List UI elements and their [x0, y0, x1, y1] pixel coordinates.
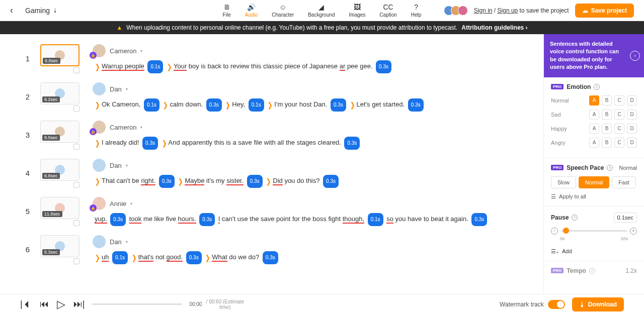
speaker-name[interactable]: Dan — [110, 238, 122, 246]
pace-normal[interactable]: Normal — [579, 176, 609, 188]
pause-pill[interactable]: 0.3s — [199, 213, 215, 226]
next-icon[interactable]: ⏭| — [73, 299, 85, 309]
speaker-name[interactable]: Dan — [110, 162, 122, 169]
save-project-button[interactable]: ☁ Save project — [575, 4, 634, 18]
pause-pill[interactable]: 0.3s — [344, 137, 360, 150]
scene-thumbnail[interactable]: 5.3sec — [40, 235, 79, 257]
speaker-name[interactable]: Cameron — [110, 47, 136, 55]
emotion-btn-A[interactable]: A — [589, 110, 599, 120]
script-line[interactable]: ❭uh 0.1s ❭that's not good. 0.3s ❭What do… — [93, 251, 528, 264]
emotion-btn-D[interactable]: D — [627, 124, 637, 134]
scene-checkbox[interactable] — [73, 106, 79, 112]
emotion-btn-C[interactable]: C — [614, 138, 624, 148]
menu-character[interactable]: ☺Character — [272, 3, 294, 18]
scene-thumbnail[interactable]: 9.5sec — [40, 121, 79, 143]
pause-value[interactable]: 0.1sec — [614, 213, 637, 223]
emotion-btn-D[interactable]: D — [627, 138, 637, 148]
menu-file[interactable]: 🗎File — [223, 3, 231, 18]
attribution-link[interactable]: Attribution guidelines › — [461, 24, 527, 31]
emotion-btn-B[interactable]: B — [602, 138, 612, 148]
speaker-avatar[interactable] — [93, 235, 106, 248]
pause-pill[interactable]: 0.1s — [112, 251, 128, 264]
chevron-down-icon[interactable]: ▾ — [126, 163, 128, 168]
pause-pill[interactable]: 0.3s — [471, 213, 487, 226]
skip-start-icon[interactable]: |⏴ — [20, 299, 32, 309]
scene-checkbox[interactable] — [73, 182, 79, 188]
apply-to-all-button[interactable]: ☰ Apply to all — [551, 193, 637, 200]
chevron-down-icon[interactable]: ▾ — [126, 240, 128, 244]
arrow-right-icon[interactable]: › — [630, 51, 640, 61]
emotion-btn-B[interactable]: B — [602, 110, 612, 120]
menu-background[interactable]: ◢Background — [308, 3, 335, 18]
scene-thumbnail[interactable]: 6.8sec — [40, 159, 79, 181]
menu-images[interactable]: 🖼Images — [349, 3, 366, 18]
chevron-down-icon[interactable]: ▾ — [140, 125, 142, 130]
scene-checkbox[interactable] — [73, 220, 79, 226]
info-icon[interactable]: i — [572, 215, 578, 221]
pause-pill[interactable]: 0.3s — [263, 251, 278, 264]
project-title[interactable]: Gaming ⭳ — [25, 7, 58, 15]
pause-pill[interactable]: 0.1s — [368, 213, 383, 226]
pause-pill[interactable]: 0.1s — [249, 98, 264, 112]
pause-pill[interactable]: 0.3s — [331, 98, 346, 112]
add-pause-button[interactable]: ☰₊ Add — [551, 248, 637, 255]
signin-link[interactable]: Sign in — [474, 7, 493, 14]
script-line[interactable]: ❭That can't be right. 0.3s ❭Maybe it's m… — [93, 175, 528, 188]
speaker-name[interactable]: Dan — [110, 85, 122, 93]
pause-pill[interactable]: 0.3s — [247, 175, 263, 188]
script-line[interactable]: yup. 0.3s took me like five hours. 0.3s … — [93, 213, 528, 226]
emotion-btn-A[interactable]: A — [589, 95, 599, 106]
emotion-btn-A[interactable]: A — [589, 124, 599, 134]
info-icon[interactable]: i — [607, 165, 613, 171]
info-icon[interactable]: i — [589, 268, 595, 274]
emotion-btn-C[interactable]: C — [614, 95, 624, 106]
pause-pill[interactable]: 0.3s — [206, 98, 222, 112]
pause-pill[interactable]: 0.3s — [186, 251, 202, 264]
script-line[interactable]: ❭I already did! 0.3s ❭And apparently thi… — [93, 137, 528, 150]
signup-link[interactable]: Sign up — [498, 7, 518, 14]
back-button[interactable]: ‹ — [10, 5, 13, 16]
scene-checkbox[interactable] — [73, 258, 79, 264]
minus-button[interactable]: − — [551, 228, 558, 235]
emotion-btn-B[interactable]: B — [602, 124, 612, 134]
chevron-down-icon[interactable]: ▾ — [126, 87, 128, 91]
scene-thumbnail[interactable]: 9.2sec — [40, 82, 79, 104]
scene-thumbnail[interactable]: 9.8sec — [40, 44, 79, 66]
emotion-btn-C[interactable]: C — [614, 110, 624, 120]
menu-help[interactable]: ?Help — [411, 3, 422, 18]
chevron-down-icon[interactable]: ▾ — [140, 49, 142, 53]
menu-audio[interactable]: 🔊Audio — [245, 3, 258, 18]
speaker-avatar[interactable] — [93, 82, 106, 95]
info-icon[interactable]: i — [594, 84, 600, 90]
speaker-avatar[interactable] — [93, 159, 106, 172]
pause-pill[interactable]: 0.3s — [110, 213, 126, 226]
download-button[interactable]: ⭳ Download — [572, 297, 624, 311]
scene-checkbox[interactable] — [73, 144, 79, 150]
pause-pill[interactable]: 0.3s — [323, 175, 339, 188]
emotion-btn-A[interactable]: A — [589, 138, 599, 148]
watermark-toggle[interactable] — [548, 300, 565, 309]
script-line[interactable]: ❭Warrup people 0.1s ❭Your boy is back to… — [93, 60, 528, 73]
speaker-name[interactable]: Annie — [110, 200, 126, 207]
pause-slider[interactable] — [561, 230, 627, 232]
pace-fast[interactable]: Fast — [612, 176, 635, 188]
scene-checkbox[interactable] — [73, 67, 79, 73]
chevron-down-icon[interactable]: ▾ — [130, 201, 132, 206]
pause-pill[interactable]: 0.1s — [144, 98, 159, 112]
emotion-btn-D[interactable]: D — [627, 110, 637, 120]
play-icon[interactable]: ▷ — [57, 298, 65, 311]
script-line[interactable]: ❭Ok Cameron, 0.1s ❭calm down. 0.3s ❭Hey,… — [93, 98, 528, 112]
prev-icon[interactable]: ⏮ — [40, 299, 49, 309]
pause-pill[interactable]: 0.1s — [147, 60, 163, 73]
emotion-btn-C[interactable]: C — [614, 124, 624, 134]
pause-pill[interactable]: 0.3s — [408, 98, 424, 112]
pause-pill[interactable]: 0.3s — [376, 60, 391, 73]
emotion-btn-B[interactable]: B — [602, 95, 612, 106]
pace-slow[interactable]: Slow — [551, 176, 576, 188]
emotion-btn-D[interactable]: D — [627, 95, 637, 106]
speaker-name[interactable]: Cameron — [110, 124, 136, 131]
pause-pill[interactable]: 0.3s — [142, 137, 158, 150]
plus-button[interactable]: + — [630, 228, 637, 235]
scene-thumbnail[interactable]: 11.8sec — [40, 197, 79, 219]
menu-caption[interactable]: CCCaption — [379, 3, 396, 18]
